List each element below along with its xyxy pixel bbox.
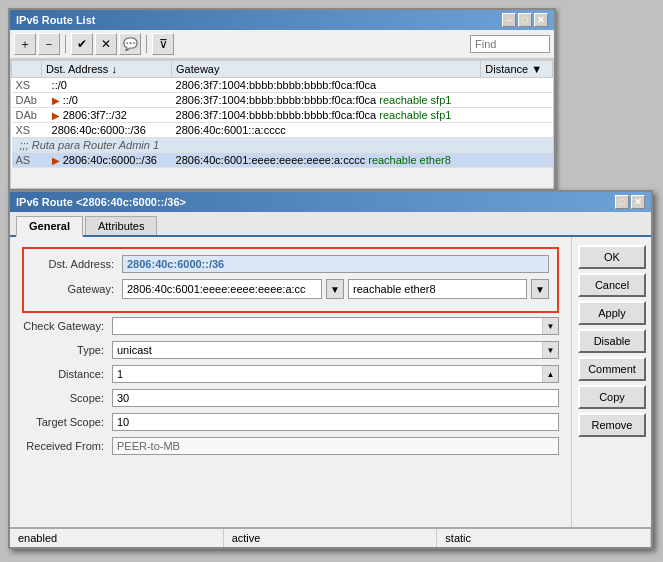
distance-row: Distance: ▲ xyxy=(22,365,559,383)
scope-row: Scope: xyxy=(22,389,559,407)
col-distance[interactable]: Distance ▼ xyxy=(481,61,553,78)
check-gateway-label: Check Gateway: xyxy=(22,320,112,332)
scope-input[interactable] xyxy=(112,389,559,407)
distance-scroll-btn[interactable]: ▲ xyxy=(542,366,558,382)
dialog-form: Dst. Address: Gateway: ▼ ▼ Check Gateway xyxy=(10,237,571,527)
route-table: Dst. Address ↓ Gateway Distance ▼ XS ::/… xyxy=(11,60,553,168)
check-gateway-row: Check Gateway: ▼ xyxy=(22,317,559,335)
search-input[interactable] xyxy=(470,35,550,53)
add-button[interactable]: ＋ xyxy=(14,33,36,55)
received-from-input[interactable] xyxy=(112,437,559,455)
dialog-content: Dst. Address: Gateway: ▼ ▼ Check Gateway xyxy=(10,237,651,527)
row-dst: ::/0 xyxy=(42,78,172,93)
enable-button[interactable]: ✔ xyxy=(71,33,93,55)
row-gateway: 2806:3f7:1004:bbbb:bbbb:bbbb:f0ca:f0ca r… xyxy=(172,108,481,123)
route-table-container: Dst. Address ↓ Gateway Distance ▼ XS ::/… xyxy=(10,59,554,189)
row-distance xyxy=(481,108,553,123)
disable-button[interactable]: ✕ xyxy=(95,33,117,55)
row-distance xyxy=(481,78,553,93)
gateway-input[interactable] xyxy=(122,279,322,299)
check-gateway-scroll-btn[interactable]: ▼ xyxy=(542,318,558,334)
row-dst: ▶ 2806:3f7::/32 xyxy=(42,108,172,123)
row-type: XS xyxy=(12,123,42,138)
remove-button[interactable]: － xyxy=(38,33,60,55)
status-bar: enabled active static xyxy=(10,527,651,547)
row-dst: ▶ ::/0 xyxy=(42,93,172,108)
row-distance xyxy=(481,93,553,108)
type-label: Type: xyxy=(22,344,112,356)
table-row[interactable]: DAb ▶ 2806:3f7::/32 2806:3f7:1004:bbbb:b… xyxy=(12,108,553,123)
col-type[interactable] xyxy=(12,61,42,78)
maximize-button[interactable]: □ xyxy=(518,13,532,27)
dst-address-row: Dst. Address: xyxy=(32,255,549,273)
type-scroll-btn[interactable]: ▼ xyxy=(542,342,558,358)
row-gateway: 2806:40c:6001:eeee:eeee:eeee:a:cccc reac… xyxy=(172,153,481,168)
type-input[interactable] xyxy=(113,342,542,358)
ok-button[interactable]: OK xyxy=(578,245,646,269)
table-row-header: ;;; Ruta para Router Admin 1 xyxy=(12,138,553,153)
main-fields-group: Dst. Address: Gateway: ▼ ▼ xyxy=(22,247,559,313)
col-gateway[interactable]: Gateway xyxy=(172,61,481,78)
comment-button[interactable]: Comment xyxy=(578,357,646,381)
type-row: Type: ▼ xyxy=(22,341,559,359)
row-gateway: 2806:40c:6001::a:cccc xyxy=(172,123,481,138)
toolbar-separator-1 xyxy=(65,35,66,53)
gateway-dropdown-btn[interactable]: ▼ xyxy=(326,279,344,299)
dialog-close[interactable]: ✕ xyxy=(631,195,645,209)
dialog-buttons: OK Cancel Apply Disable Comment Copy Rem… xyxy=(571,237,651,527)
route-dialog: IPv6 Route <2806:40c:6000::/36> □ ✕ Gene… xyxy=(8,190,653,549)
tab-bar: General Attributes xyxy=(10,212,651,237)
row-gateway: 2806:3f7:1004:bbbb:bbbb:bbbb:f0ca:f0ca xyxy=(172,78,481,93)
scope-label: Scope: xyxy=(22,392,112,404)
row-distance xyxy=(481,123,553,138)
row-type: DAb xyxy=(12,93,42,108)
tab-general[interactable]: General xyxy=(16,216,83,237)
dialog-window-controls: □ ✕ xyxy=(615,195,645,209)
type-input-group: ▼ xyxy=(112,341,559,359)
toolbar: ＋ － ✔ ✕ 💬 ⊽ xyxy=(10,30,554,59)
row-distance xyxy=(481,153,553,168)
target-scope-input[interactable] xyxy=(112,413,559,431)
filter-button[interactable]: ⊽ xyxy=(152,33,174,55)
remove-button[interactable]: Remove xyxy=(578,413,646,437)
col-dst[interactable]: Dst. Address ↓ xyxy=(42,61,172,78)
row-type: AS xyxy=(12,153,42,168)
gateway-label: Gateway: xyxy=(32,283,122,295)
route-list-title: IPv6 Route List xyxy=(16,14,95,26)
dialog-title-bar: IPv6 Route <2806:40c:6000::/36> □ ✕ xyxy=(10,192,651,212)
toolbar-separator-2 xyxy=(146,35,147,53)
tab-attributes[interactable]: Attributes xyxy=(85,216,157,235)
check-gateway-input-group: ▼ xyxy=(112,317,559,335)
distance-input-group: ▲ xyxy=(112,365,559,383)
minimize-button[interactable]: ─ xyxy=(502,13,516,27)
row-type: DAb xyxy=(12,108,42,123)
dialog-minimize[interactable]: □ xyxy=(615,195,629,209)
route-list-title-bar: IPv6 Route List ─ □ ✕ xyxy=(10,10,554,30)
dst-address-label: Dst. Address: xyxy=(32,258,122,270)
comment-button[interactable]: 💬 xyxy=(119,33,141,55)
route-list-window: IPv6 Route List ─ □ ✕ ＋ － ✔ ✕ 💬 ⊽ Dst. A… xyxy=(8,8,556,191)
copy-button[interactable]: Copy xyxy=(578,385,646,409)
distance-input[interactable] xyxy=(113,366,542,382)
gateway-container: ▼ ▼ xyxy=(122,279,549,299)
close-button[interactable]: ✕ xyxy=(534,13,548,27)
table-row[interactable]: XS 2806:40c:6000::/36 2806:40c:6001::a:c… xyxy=(12,123,553,138)
status-active: active xyxy=(224,529,438,547)
check-gateway-container: ▼ xyxy=(112,317,559,335)
gateway-status-dropdown-btn[interactable]: ▼ xyxy=(531,279,549,299)
gateway-status-input[interactable] xyxy=(348,279,527,299)
cancel-button[interactable]: Cancel xyxy=(578,273,646,297)
status-enabled: enabled xyxy=(10,529,224,547)
dst-address-input[interactable] xyxy=(122,255,549,273)
disable-button[interactable]: Disable xyxy=(578,329,646,353)
row-type: XS xyxy=(12,78,42,93)
received-from-row: Received From: xyxy=(22,437,559,455)
row-dst: ▶ 2806:40c:6000::/36 xyxy=(42,153,172,168)
status-static: static xyxy=(437,529,651,547)
table-row[interactable]: AS ▶ 2806:40c:6000::/36 2806:40c:6001:ee… xyxy=(12,153,553,168)
table-row[interactable]: DAb ▶ ::/0 2806:3f7:1004:bbbb:bbbb:bbbb:… xyxy=(12,93,553,108)
table-row[interactable]: XS ::/0 2806:3f7:1004:bbbb:bbbb:bbbb:f0c… xyxy=(12,78,553,93)
apply-button[interactable]: Apply xyxy=(578,301,646,325)
check-gateway-input[interactable] xyxy=(113,318,542,334)
target-scope-label: Target Scope: xyxy=(22,416,112,428)
